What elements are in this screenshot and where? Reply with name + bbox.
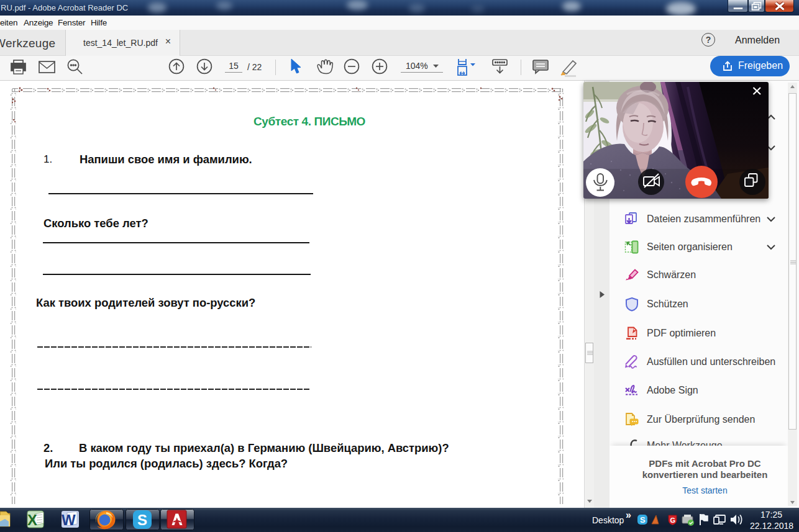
svg-text:S: S <box>640 515 646 525</box>
svg-text:S: S <box>137 512 147 528</box>
svg-text:Desktop: Desktop <box>592 515 624 525</box>
svg-text:G: G <box>670 516 676 524</box>
svg-text:22.12.2018: 22.12.2018 <box>750 521 793 531</box>
svg-text:W: W <box>62 512 76 528</box>
svg-text:»: » <box>626 510 631 520</box>
svg-text:X: X <box>27 512 37 528</box>
svg-text:17:25: 17:25 <box>760 510 782 520</box>
